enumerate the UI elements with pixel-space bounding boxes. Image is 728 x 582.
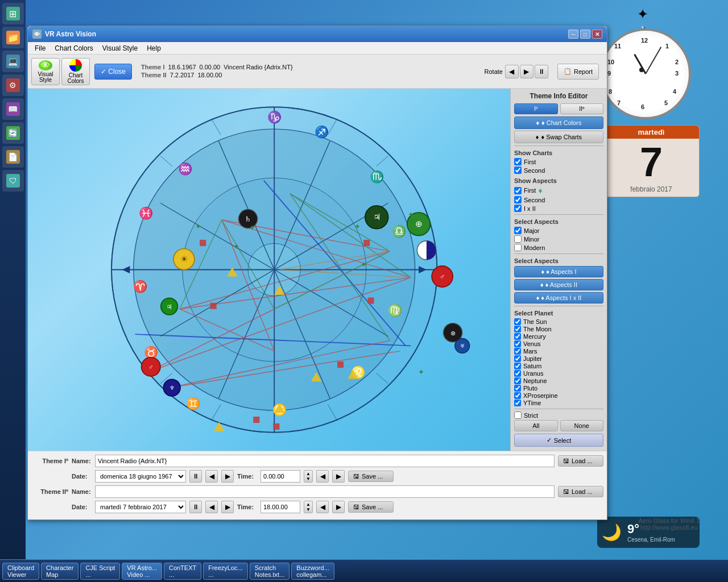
taskbar-freezyloc[interactable]: FreezyLoc...... (203, 563, 248, 580)
taskbar-cjescript[interactable]: CJE Script... (80, 563, 120, 580)
sidebar-item-5[interactable]: 📖 (2, 98, 24, 120)
planet-mercury-checkbox[interactable] (514, 333, 521, 340)
sidebar-item-6[interactable]: 🔄 (2, 122, 24, 144)
taskbar-scratch[interactable]: ScratchNotes.txt... (250, 563, 290, 580)
tab-i-button[interactable]: Iº (514, 103, 558, 114)
planet-mars-checkbox[interactable] (514, 348, 521, 355)
planet-saturn-checkbox[interactable] (514, 363, 521, 369)
theme-i-pause-btn[interactable]: ⏸ (189, 470, 202, 483)
show-aspects-ixii-checkbox[interactable] (514, 205, 522, 212)
maximize-button[interactable]: □ (580, 30, 590, 39)
minimize-button[interactable]: ─ (568, 30, 578, 39)
rotate-pause-button[interactable]: ⏸ (535, 65, 548, 78)
show-charts-second-checkbox[interactable] (514, 167, 522, 174)
menu-file[interactable]: File (30, 43, 50, 53)
minor-label: Minor (524, 236, 540, 243)
strict-checkbox[interactable] (514, 411, 522, 419)
time-ii-up-btn[interactable]: ▲▼ (304, 501, 313, 513)
panel-title: Theme Info Editor (514, 92, 603, 100)
theme-i-name-input[interactable] (95, 455, 555, 467)
time-i-up-btn[interactable]: ▲▼ (304, 470, 313, 483)
rotate-prev-button[interactable]: ◀ (505, 65, 519, 78)
minor-checkbox[interactable] (514, 235, 522, 243)
theme-ii-label: Theme II (141, 72, 167, 78)
menu-help[interactable]: Help (142, 43, 166, 53)
planet-pluto-label: Pluto (523, 385, 537, 392)
theme-ii-pause-btn[interactable]: ⏸ (189, 501, 202, 513)
sidebar-item-3[interactable]: 💻 (2, 51, 24, 72)
sidebar-item-8[interactable]: 🛡 (2, 170, 24, 192)
select-label: Select (554, 437, 572, 444)
show-aspects-second-checkbox[interactable] (514, 196, 522, 203)
major-row: Major (514, 227, 603, 234)
theme-ii-time-input[interactable] (260, 501, 300, 513)
planet-uranus-checkbox[interactable] (514, 370, 521, 377)
sidebar-item-4[interactable]: ⚙ (2, 74, 24, 96)
taskbar-buzzword[interactable]: Buzzword...collegam... (291, 563, 334, 580)
time-ii-prev-btn[interactable]: ◀ (316, 501, 329, 513)
all-button[interactable]: All (514, 420, 558, 431)
taskbar-charmap[interactable]: CharacterMap (41, 563, 78, 580)
taskbar-clipboard[interactable]: ClipboardViewer (2, 563, 39, 580)
weather-widget: 🌙 9° Cesena, Emil-Rom (597, 517, 700, 548)
planet-venus-checkbox[interactable] (514, 340, 521, 347)
theme-ii-date-select[interactable]: martedì 7 febbraio 2017 (95, 501, 186, 513)
show-charts-first-checkbox[interactable] (514, 158, 522, 165)
select-checkmark-icon: ✓ (547, 436, 552, 444)
planet-ytime-checkbox[interactable] (514, 400, 521, 406)
modern-checkbox[interactable] (514, 244, 522, 251)
planet-jupiter-checkbox[interactable] (514, 355, 521, 362)
theme-ii-save-button[interactable]: 🖫 Save ... (348, 501, 394, 513)
planet-neptune-checkbox[interactable] (514, 377, 521, 384)
rotate-play-button[interactable]: ▶ (520, 65, 533, 78)
select-planet-header: Select Planet (514, 310, 603, 317)
chart-colors-button[interactable]: ChartColors (61, 58, 90, 85)
theme-i-save-button[interactable]: 🖫 Save ... (348, 471, 394, 482)
theme-i-next-btn[interactable]: ▶ (221, 470, 234, 483)
svg-text:✦: ✦ (418, 368, 424, 376)
menu-chart-colors[interactable]: Chart Colors (50, 43, 97, 53)
theme-info: Theme I 18.6.1967 0.00.00 Vincent Radio … (141, 64, 480, 80)
visual-style-button[interactable]: 👁 VisualStyle (31, 58, 60, 85)
svg-text:♒: ♒ (178, 162, 193, 176)
sidebar-icon-3: 💻 (6, 55, 20, 68)
time-ii-next-btn[interactable]: ▶ (332, 501, 345, 513)
time-i-next-btn[interactable]: ▶ (332, 470, 345, 483)
sidebar-item-7[interactable]: 📄 (2, 146, 24, 168)
divider-5 (514, 409, 603, 409)
taskbar: ClipboardViewer CharacterMap CJE Script.… (0, 559, 728, 582)
report-button[interactable]: 📋 Report (557, 64, 599, 80)
major-checkbox[interactable] (514, 227, 522, 234)
aspects-i-button[interactable]: ♦ ♦ Aspects I (514, 266, 603, 277)
theme-i-load-button[interactable]: 🖫 Load ... (558, 455, 603, 467)
planet-sun-checkbox[interactable] (514, 318, 521, 325)
theme-ii-load-button[interactable]: 🖫 Load ... (558, 486, 603, 497)
theme-ii-prev-btn[interactable]: ◀ (205, 501, 218, 513)
swap-charts-button[interactable]: ♦ ♦ Swap Charts (514, 131, 603, 143)
time-i-prev-btn[interactable]: ◀ (316, 470, 329, 483)
svg-text:♑: ♑ (267, 110, 282, 124)
menu-visual-style[interactable]: Visual Style (98, 43, 142, 53)
aspects-ii-button[interactable]: ♦ ♦ Aspects II (514, 279, 603, 290)
tab-ii-button[interactable]: IIº (560, 103, 604, 114)
show-aspects-first-checkbox[interactable] (514, 187, 522, 194)
theme-i-date-select[interactable]: domenica 18 giugno 1967 (95, 470, 186, 483)
aspects-ixii-button[interactable]: ♦ ♦ Aspects I x II (514, 292, 603, 304)
none-button[interactable]: None (560, 420, 604, 431)
taskbar-context[interactable]: ConTEXT... (164, 563, 201, 580)
select-button[interactable]: ✓ Select (514, 434, 603, 447)
theme-i-time-input[interactable] (260, 470, 300, 483)
theme-ii-name-input[interactable] (95, 485, 555, 498)
planet-pluto-checkbox[interactable] (514, 385, 521, 392)
close-action-button[interactable]: ✓ Close (94, 64, 132, 80)
taskbar-vrastro[interactable]: VR Astro...Video ... (122, 563, 162, 580)
chart-colors-panel-button[interactable]: ♦ ♦ Chart Colors (514, 117, 603, 129)
sidebar-item-2[interactable]: 📁 (2, 27, 24, 48)
sidebar-item-1[interactable]: ⊞ (2, 3, 24, 24)
theme-ii-next-btn[interactable]: ▶ (221, 501, 234, 513)
svg-text:♆: ♆ (169, 385, 175, 391)
planet-moon-checkbox[interactable] (514, 326, 521, 332)
theme-i-prev-btn[interactable]: ◀ (205, 470, 218, 483)
planet-xproserpine-checkbox[interactable] (514, 392, 521, 399)
close-window-button[interactable]: ✕ (592, 30, 602, 39)
